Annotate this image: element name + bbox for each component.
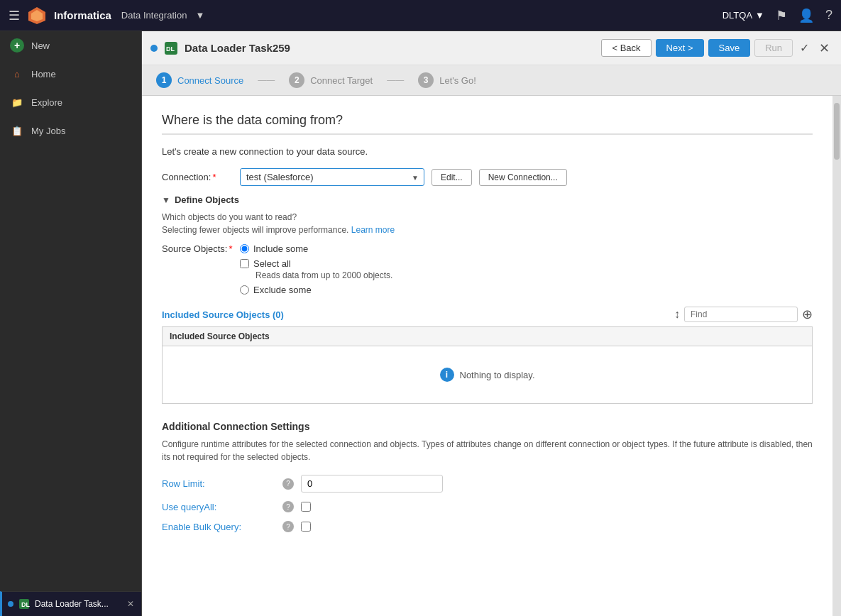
data-loader-tab-icon: DL xyxy=(18,598,31,610)
enable-bulk-row: Enable Bulk Query: ? xyxy=(162,521,813,532)
edit-button[interactable]: Edit... xyxy=(432,169,472,186)
close-tab-icon[interactable]: ✕ xyxy=(127,599,134,609)
source-objects-row: Source Objects: Include some Select all xyxy=(162,243,813,295)
help-icon[interactable]: ? xyxy=(825,8,832,23)
environment-selector[interactable]: DLTQA ▼ xyxy=(722,10,764,21)
wizard-step-2[interactable]: 2 Connect Target xyxy=(289,72,373,88)
learn-more-link[interactable]: Learn more xyxy=(351,225,395,235)
define-objects-header[interactable]: ▼ Define Objects xyxy=(162,194,813,205)
sidebar-item-explore[interactable]: 📁 Explore xyxy=(0,88,141,116)
hamburger-menu-icon[interactable]: ☰ xyxy=(9,8,20,23)
connection-select-wrapper: test (Salesforce) xyxy=(240,168,424,186)
sidebar-explore-label: Explore xyxy=(31,97,62,108)
form-content: Where is the data coming from? Let's cre… xyxy=(142,96,832,616)
select-all-label: Select all xyxy=(253,258,291,269)
row-limit-input[interactable] xyxy=(301,475,443,493)
step-sep-2: —— xyxy=(387,75,404,85)
back-button[interactable]: < Back xyxy=(601,39,651,57)
find-input[interactable] xyxy=(684,307,798,322)
product-chevron-icon[interactable]: ▼ xyxy=(195,10,204,21)
top-navigation: ☰ Informatica Data Integration ▼ DLTQA ▼… xyxy=(0,0,841,31)
exclude-some-option: Exclude some xyxy=(240,285,392,295)
plus-icon: + xyxy=(10,38,24,53)
sidebar-item-new[interactable]: + New xyxy=(0,31,141,60)
enable-bulk-checkbox[interactable] xyxy=(301,522,311,532)
source-objects-label: Source Objects: xyxy=(162,243,233,254)
sidebar-item-myjobs[interactable]: 📋 My Jobs xyxy=(0,116,141,145)
task-header: DL Data Loader Task259 < Back Next > Sav… xyxy=(142,31,841,65)
include-some-label: Include some xyxy=(253,243,308,254)
row-limit-label: Row Limit: xyxy=(162,478,275,489)
task-title: Data Loader Task259 xyxy=(185,42,290,54)
define-objects-title: Define Objects xyxy=(175,194,239,205)
info-icon: i xyxy=(440,368,454,382)
checkmark-icon[interactable]: ✓ xyxy=(797,38,812,57)
include-some-radio[interactable] xyxy=(240,244,249,253)
step-1-number: 1 xyxy=(156,72,172,88)
main-layout: + New ⌂ Home 📁 Explore 📋 My Jobs DL Data… xyxy=(0,31,841,616)
empty-row: i Nothing to display. xyxy=(163,346,813,404)
run-button: Run xyxy=(754,39,793,57)
define-objects-desc1: Which objects do you want to read? xyxy=(162,212,813,222)
informatica-logo xyxy=(27,6,47,26)
product-name: Data Integration xyxy=(121,10,187,21)
flag-icon[interactable]: ⚑ xyxy=(776,8,787,23)
connection-row: Connection: test (Salesforce) Edit... Ne… xyxy=(162,168,813,186)
close-task-icon[interactable]: ✕ xyxy=(816,38,832,59)
new-connection-button[interactable]: New Connection... xyxy=(479,169,567,186)
define-objects-section: ▼ Define Objects Which objects do you wa… xyxy=(162,194,813,404)
step-2-label: Connect Target xyxy=(310,75,373,86)
source-objects-actions: ↕ ⊕ xyxy=(674,307,813,322)
step-3-label: Let's Go! xyxy=(439,75,476,86)
row-limit-help-icon[interactable]: ? xyxy=(282,478,294,490)
sidebar-home-label: Home xyxy=(31,69,56,79)
step-3-number: 3 xyxy=(418,72,434,88)
form-heading: Where is the data coming from? xyxy=(162,113,813,135)
save-button[interactable]: Save xyxy=(708,39,751,57)
wizard-step-3[interactable]: 3 Let's Go! xyxy=(418,72,476,88)
topnav-right: DLTQA ▼ ⚑ 👤 ? xyxy=(722,8,832,23)
home-icon: ⌂ xyxy=(10,67,24,81)
sidebar-item-home[interactable]: ⌂ Home xyxy=(0,60,141,88)
reads-note: Reads data from up to 2000 objects. xyxy=(255,270,392,280)
step-2-number: 2 xyxy=(289,72,304,88)
scrollbar-track[interactable] xyxy=(832,96,841,616)
svg-text:DL: DL xyxy=(166,45,175,53)
task-active-dot xyxy=(150,45,158,52)
wizard-step-1[interactable]: 1 Connect Source xyxy=(156,72,243,88)
included-objects-table: Included Source Objects i Nothing to dis… xyxy=(162,326,813,404)
add-object-button[interactable]: ⊕ xyxy=(802,307,813,322)
select-all-option: Select all xyxy=(240,258,392,269)
task-header-actions: < Back Next > Save Run ✓ ✕ xyxy=(601,38,832,59)
next-button[interactable]: Next > xyxy=(656,39,704,57)
enable-bulk-help-icon[interactable]: ? xyxy=(282,521,294,532)
source-objects-header: Included Source Objects (0) ↕ ⊕ xyxy=(162,307,813,322)
sidebar-open-tab[interactable]: DL Data Loader Task... ✕ xyxy=(0,591,141,616)
use-queryall-row: Use queryAll: ? xyxy=(162,501,813,512)
additional-desc: Configure runtime attributes for the sel… xyxy=(162,438,813,463)
connection-label: Connection: xyxy=(162,172,233,182)
form-subtitle: Let's create a new connection to your da… xyxy=(162,146,813,157)
svg-text:DL: DL xyxy=(21,601,30,608)
connection-select[interactable]: test (Salesforce) xyxy=(240,168,424,186)
scrollbar-thumb[interactable] xyxy=(834,103,840,160)
user-icon[interactable]: 👤 xyxy=(798,8,814,23)
exclude-some-radio[interactable] xyxy=(240,285,249,295)
row-limit-row: Row Limit: ? xyxy=(162,475,813,493)
source-objects-options: Include some Select all Reads data from … xyxy=(240,243,392,295)
use-queryall-help-icon[interactable]: ? xyxy=(282,501,294,512)
sidebar-new-label: New xyxy=(31,40,50,51)
open-tab-label: Data Loader Task... xyxy=(35,599,123,609)
additional-title: Additional Connection Settings xyxy=(162,421,813,432)
use-queryall-label: Use queryAll: xyxy=(162,502,275,512)
select-all-checkbox[interactable] xyxy=(240,259,249,268)
sidebar: + New ⌂ Home 📁 Explore 📋 My Jobs DL Data… xyxy=(0,31,142,616)
use-queryall-checkbox[interactable] xyxy=(301,502,311,512)
include-some-option: Include some xyxy=(240,243,392,254)
collapse-arrow-icon: ▼ xyxy=(162,195,170,205)
additional-connection-section: Additional Connection Settings Configure… xyxy=(162,421,813,532)
define-objects-desc2: Selecting fewer objects will improve per… xyxy=(162,225,813,235)
sort-button[interactable]: ↕ xyxy=(674,308,680,321)
table-col-header: Included Source Objects xyxy=(163,327,813,346)
define-objects-body: Which objects do you want to read? Selec… xyxy=(162,212,813,404)
